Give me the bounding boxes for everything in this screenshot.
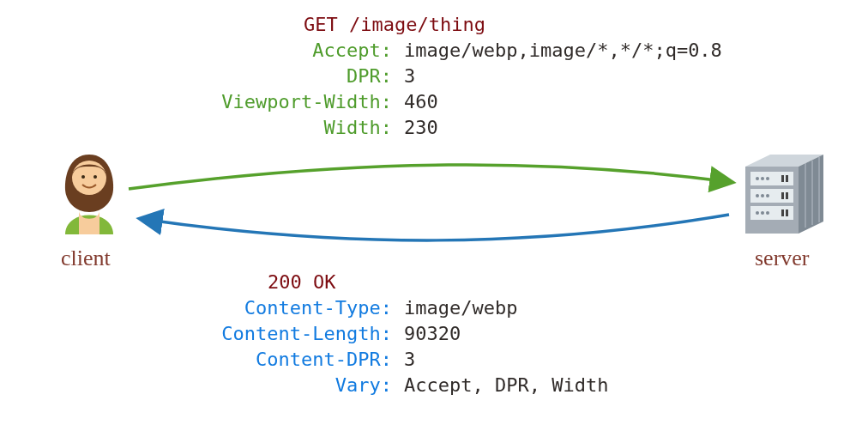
res-hdr-3-val: Accept, DPR, Width bbox=[404, 374, 608, 396]
req-hdr-0-key: Accept: bbox=[312, 39, 392, 61]
server-label: server bbox=[755, 246, 810, 271]
response-arrow bbox=[142, 215, 729, 240]
res-hdr-1-key: Content-Length: bbox=[221, 323, 392, 344]
res-hdr-3-key: Vary: bbox=[335, 374, 392, 396]
res-hdr-0-key: Content-Type: bbox=[244, 297, 392, 319]
diagram: client server GET /image/thing Accept: i… bbox=[0, 0, 868, 431]
req-hdr-1-key: DPR: bbox=[347, 65, 392, 87]
req-hdr-3-key: Width: bbox=[324, 117, 392, 138]
arrows-layer bbox=[0, 0, 868, 431]
req-hdr-1-val: 3 bbox=[404, 65, 415, 87]
client-label: client bbox=[61, 246, 111, 271]
status-line: 200 OK bbox=[268, 271, 335, 293]
req-hdr-3-val: 230 bbox=[404, 117, 438, 138]
res-hdr-2-key: Content-DPR: bbox=[256, 349, 392, 370]
request-arrow bbox=[129, 165, 731, 189]
res-hdr-0-val: image/webp bbox=[404, 297, 517, 319]
req-hdr-0-val: image/webp,image/*,*/*;q=0.8 bbox=[404, 39, 722, 61]
request-line: GET /image/thing bbox=[304, 14, 485, 35]
res-hdr-1-val: 90320 bbox=[404, 323, 461, 344]
req-hdr-2-key: Viewport-Width: bbox=[221, 91, 392, 112]
res-hdr-2-val: 3 bbox=[404, 349, 415, 370]
req-hdr-2-val: 460 bbox=[404, 91, 438, 112]
